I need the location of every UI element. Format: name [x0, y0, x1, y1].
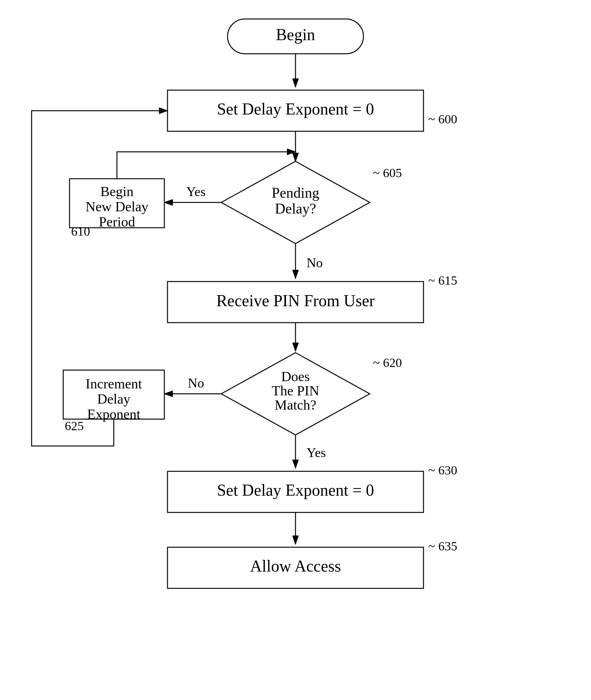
- ref-615: ~ 615: [428, 273, 457, 288]
- ref-600: ~ 600: [428, 112, 457, 126]
- ref-610: 610: [71, 224, 90, 238]
- node-610-label2: New Delay: [85, 199, 148, 215]
- ref-605: ~ 605: [373, 166, 402, 180]
- node-625-label: Increment: [86, 376, 142, 392]
- node-610-label3: Period: [99, 214, 135, 230]
- ref-620: ~ 620: [373, 356, 402, 370]
- label-no-620: No: [188, 376, 204, 390]
- node-605-label: Pending: [272, 185, 320, 201]
- node-625-label2: Delay: [97, 391, 130, 407]
- ref-625: 625: [65, 419, 84, 433]
- label-yes-605: Yes: [186, 184, 205, 199]
- label-yes-620: Yes: [307, 445, 326, 460]
- ref-635: ~ 635: [428, 539, 457, 553]
- node-635-label: Allow Access: [250, 557, 341, 575]
- node-605-label2: Delay?: [275, 200, 316, 217]
- label-no-605: No: [307, 255, 323, 270]
- node-630-label: Set Delay Exponent = 0: [217, 481, 374, 499]
- node-600-label: Set Delay Exponent = 0: [217, 100, 374, 118]
- flowchart-diagram: Begin Set Delay Exponent = 0 ~ 600 Pendi…: [0, 0, 591, 700]
- ref-630: ~ 630: [428, 463, 457, 477]
- node-610-label: Begin: [100, 184, 133, 199]
- begin-label: Begin: [276, 25, 315, 44]
- node-620-label: Does: [281, 369, 310, 384]
- loop-610-to-600: [117, 152, 296, 179]
- node-620-label3: Match?: [275, 397, 316, 413]
- node-615-label: Receive PIN From User: [216, 292, 375, 310]
- node-620-label2: The PIN: [272, 383, 319, 399]
